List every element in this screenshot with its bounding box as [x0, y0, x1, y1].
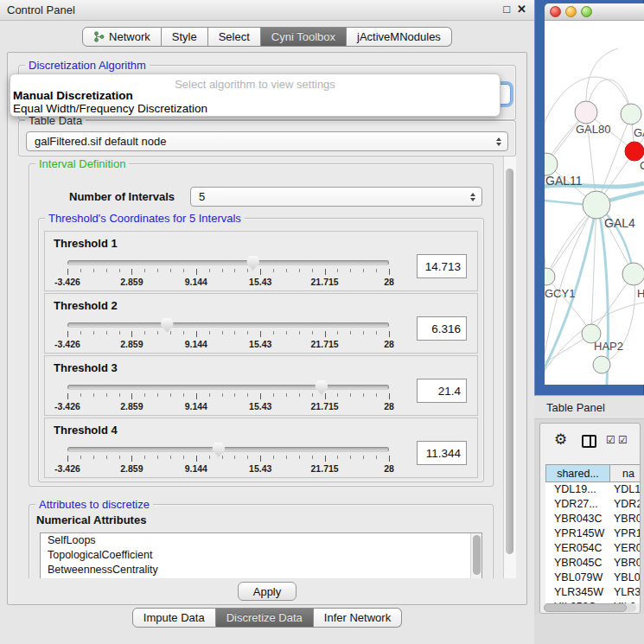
list-item[interactable]: BetweennessCentrality	[41, 563, 481, 577]
table-row[interactable]: YBL079WYBL0	[545, 571, 641, 585]
tick-label: 21.715	[311, 401, 339, 411]
threshold-value-field[interactable]: 6.316	[417, 316, 467, 341]
tick-mark	[119, 456, 120, 459]
network-icon	[93, 31, 105, 42]
tab-cyni-toolbox[interactable]: Cyni Toolbox	[261, 27, 347, 47]
table-cell: YBR043C	[545, 512, 610, 526]
list-scrollbar[interactable]	[470, 533, 481, 578]
tab-discretize-data[interactable]: Discretize Data	[216, 608, 314, 628]
zoom-traffic-light-icon[interactable]	[581, 6, 592, 17]
network-node[interactable]	[593, 356, 610, 373]
table-row[interactable]: YER054CYER0	[545, 541, 641, 556]
table-row[interactable]: YBR045CYBR0	[545, 556, 641, 571]
tick-mark	[286, 393, 287, 397]
tick-label: 21.715	[311, 339, 339, 349]
threshold-slider[interactable]	[67, 385, 389, 391]
tick-mark	[170, 331, 171, 335]
table-row[interactable]: YDL19...YDL1	[545, 482, 641, 497]
tick-mark	[170, 269, 171, 272]
network-node[interactable]	[621, 104, 641, 124]
table-horizontal-scrollbar-thumb[interactable]	[544, 603, 627, 612]
column-header-na[interactable]: na	[610, 464, 641, 482]
table-data-select[interactable]: galFiltered.sif default node	[26, 131, 508, 151]
table-cell: YDL1	[610, 482, 641, 497]
table-data-group: Table Data galFiltered.sif default node	[18, 120, 516, 156]
close-traffic-light-icon[interactable]	[550, 6, 561, 17]
tab-label: Impute Data	[143, 611, 205, 624]
list-scrollbar-thumb[interactable]	[473, 535, 481, 575]
table-row[interactable]: YLR345WYLR3	[545, 585, 641, 600]
tab-label: Style	[172, 30, 197, 43]
network-node[interactable]	[583, 191, 610, 219]
tab-impute-data[interactable]: Impute Data	[132, 608, 216, 628]
checkbox-icon[interactable]: ☑	[606, 435, 615, 445]
threshold-slider[interactable]	[67, 447, 389, 453]
tick-label: 21.715	[311, 277, 339, 287]
panel-scrollbar-thumb[interactable]	[506, 169, 513, 554]
tick-mark	[80, 456, 81, 459]
table-row[interactable]: YBR043CYBR0	[545, 512, 641, 526]
tab-label: Network	[109, 30, 150, 43]
tab-infer-network[interactable]: Infer Network	[314, 608, 402, 628]
table-header: shared...na	[545, 464, 641, 482]
tab-jactivemnodules[interactable]: jActiveMNodules	[347, 27, 452, 47]
slider-track	[67, 385, 389, 390]
table-cell: YPR1	[610, 526, 641, 541]
tick-mark	[196, 393, 197, 399]
tab-network[interactable]: Network	[82, 27, 162, 47]
number-of-intervals-select[interactable]: 5	[190, 187, 482, 207]
dropdown-option-manual-discretization[interactable]: Manual Discretization	[13, 89, 133, 102]
checkbox-icon[interactable]: ☑	[618, 435, 628, 445]
threshold-label: Threshold 4	[54, 424, 118, 437]
numerical-attributes-listbox: SelfLoopsTopologicalCoefficientBetweenne…	[40, 532, 482, 578]
table-row[interactable]: YPR145WYPR1	[545, 526, 641, 541]
tick-mark	[299, 393, 300, 397]
threshold-value-field[interactable]: 14.713	[417, 254, 467, 278]
tick-mark	[325, 269, 326, 275]
column-header-shared[interactable]: shared...	[545, 464, 610, 482]
tick-mark	[247, 456, 248, 459]
table-row[interactable]: YDR27...YDR2	[545, 497, 641, 512]
float-window-icon[interactable]: □	[503, 3, 510, 16]
table-panel-title: Table Panel	[546, 401, 605, 414]
gear-icon[interactable]: ⚙	[554, 432, 567, 447]
tick-label: 15.43	[249, 401, 271, 411]
network-canvas[interactable]: GAL80GAGAL11CGAL4GCY1HHAP2	[545, 21, 644, 385]
minimize-traffic-light-icon[interactable]	[565, 6, 577, 17]
tick-mark	[183, 331, 184, 335]
tick-mark	[325, 393, 326, 399]
tick-mark	[337, 269, 338, 272]
tick-mark	[234, 269, 235, 272]
apply-button[interactable]: Apply	[238, 582, 296, 601]
tab-style[interactable]: Style	[162, 27, 208, 47]
table-horizontal-scrollbar[interactable]	[544, 603, 636, 612]
network-node[interactable]	[625, 142, 644, 161]
threshold-slider[interactable]	[67, 322, 389, 328]
list-item[interactable]: TopologicalCoefficient	[41, 548, 481, 563]
tick-mark	[131, 456, 132, 462]
network-node[interactable]	[545, 268, 555, 285]
tab-label: Cyni Toolbox	[271, 30, 335, 43]
tick-label: -3.426	[54, 463, 80, 474]
tick-mark	[196, 456, 197, 462]
cyni-toolbox-panel: Discretization Algorithm Select algorith…	[7, 52, 527, 605]
threshold-slider[interactable]	[67, 260, 389, 266]
number-of-intervals-value: 5	[199, 190, 205, 203]
dropdown-option-equal-width-frequency[interactable]: Equal Width/Frequency Discretization	[13, 102, 207, 115]
network-node[interactable]	[575, 101, 597, 124]
network-node[interactable]	[622, 263, 644, 285]
slider-ticks: -3.4262.8599.14415.4321.71528	[67, 456, 389, 476]
tab-select[interactable]: Select	[208, 27, 261, 47]
threshold-value-field[interactable]: 21.4	[417, 379, 467, 403]
interval-definition-group: Interval Definition Number of Intervals …	[29, 163, 494, 487]
panel-scrollbar[interactable]	[503, 156, 516, 578]
close-window-icon[interactable]: ✕	[517, 3, 526, 16]
columns-icon[interactable]	[582, 435, 596, 448]
group-label: Attributes to discretize	[35, 498, 153, 511]
tick-mark	[286, 456, 287, 459]
tick-mark	[260, 331, 261, 337]
threshold-value-field[interactable]: 11.344	[417, 441, 467, 465]
node-label: GAL4	[604, 216, 635, 230]
list-item[interactable]: SelfLoops	[41, 533, 481, 548]
tick-label: -3.426	[54, 401, 80, 411]
